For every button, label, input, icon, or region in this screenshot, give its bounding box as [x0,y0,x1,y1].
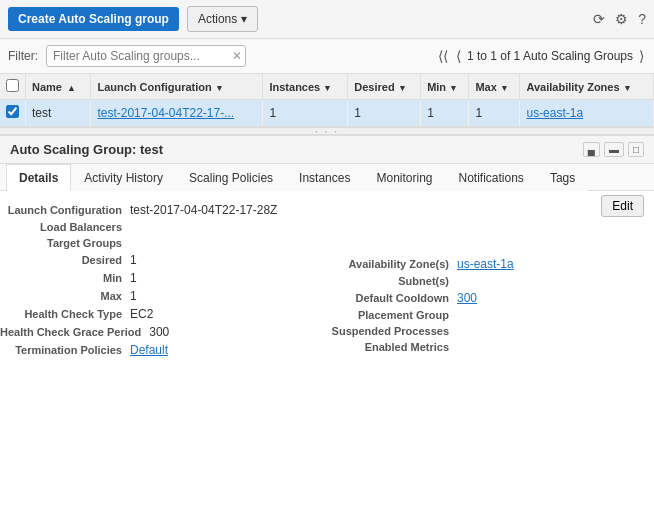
next-page-button[interactable]: ⟩ [637,48,646,64]
detail-field-desired: Desired 1 [0,253,327,267]
field-label: Placement Group [327,309,457,321]
field-label: Load Balancers [0,221,130,233]
field-value: test-2017-04-04T22-17-28Z [130,203,277,217]
row-instances: 1 [263,100,348,127]
row-min: 1 [421,100,469,127]
col-max[interactable]: Max ▾ [469,74,520,100]
row-max: 1 [469,100,520,127]
field-label: Default Cooldown [327,292,457,304]
detail-field-enabled-metrics: Enabled Metrics [327,341,654,353]
filter-clear-icon[interactable]: ✕ [232,49,242,63]
row-launch-config: test-2017-04-04T22-17-... [91,100,263,127]
settings-button[interactable]: ⚙ [615,11,628,27]
resize-dots: · · · [315,126,339,137]
filter-input[interactable] [46,45,246,67]
field-label: Target Groups [0,237,130,249]
field-label: Desired [0,254,130,266]
field-label: Min [0,272,130,284]
actions-button[interactable]: Actions ▾ [187,6,258,32]
col-name[interactable]: Name ▲ [26,74,91,100]
desired-sort-icon: ▾ [400,83,405,93]
col-instances[interactable]: Instances ▾ [263,74,348,100]
tab-details[interactable]: Details [6,164,71,191]
field-value: 1 [130,271,137,285]
toolbar-right: ⟳ ⚙ ? [593,11,646,27]
create-asg-button[interactable]: Create Auto Scaling group [8,7,179,31]
detail-tab-content: Edit Launch Configuration test-2017-04-0… [0,191,654,369]
row-desired: 1 [348,100,421,127]
tab-notifications[interactable]: Notifications [446,164,537,191]
edit-button[interactable]: Edit [601,195,644,217]
col-min[interactable]: Min ▾ [421,74,469,100]
min-sort-icon: ▾ [451,83,456,93]
name-sort-icon: ▲ [67,83,76,93]
tab-tags[interactable]: Tags [537,164,588,191]
row-checkbox-cell[interactable] [0,100,26,127]
prev-page-button[interactable]: ⟨ [454,48,463,64]
field-value: EC2 [130,307,153,321]
col-launch-config[interactable]: Launch Configuration ▾ [91,74,263,100]
detail-field-default-cooldown: Default Cooldown 300 [327,291,654,305]
field-value[interactable]: 300 [457,291,477,305]
detail-title: Auto Scaling Group: test [10,142,163,157]
filter-bar: Filter: ✕ ⟨⟨ ⟨ 1 to 1 of 1 Auto Scaling … [0,39,654,74]
field-label: Suspended Processes [327,325,457,337]
detail-field-availability-zone-s-: Availability Zone(s) us-east-1a [327,257,654,271]
table-row[interactable]: test test-2017-04-04T22-17-... 1 1 1 1 u… [0,100,654,127]
detail-header: Auto Scaling Group: test ▄ ▬ □ [0,136,654,164]
field-value[interactable]: us-east-1a [457,257,514,271]
field-label: Health Check Type [0,308,130,320]
actions-dropdown-icon: ▾ [241,12,247,26]
detail-panel: Auto Scaling Group: test ▄ ▬ □ DetailsAc… [0,135,654,369]
detail-spacer-1 [327,221,654,235]
tab-instances[interactable]: Instances [286,164,363,191]
detail-field-target-groups: Target Groups [0,237,327,249]
tab-monitoring[interactable]: Monitoring [363,164,445,191]
detail-field-subnet-s-: Subnet(s) [327,275,654,287]
pagination-text: 1 to 1 of 1 Auto Scaling Groups [467,49,633,63]
detail-tabs: DetailsActivity HistoryScaling PoliciesI… [0,164,654,191]
detail-field-health-check-grace-period: Health Check Grace Period 300 [0,325,327,339]
lc-sort-icon: ▾ [217,83,222,93]
detail-field-load-balancers: Load Balancers [0,221,327,233]
table-header-row: Name ▲ Launch Configuration ▾ Instances … [0,74,654,100]
field-label: Max [0,290,130,302]
col-az[interactable]: Availability Zones ▾ [520,74,654,100]
detail-icon-collapse1[interactable]: ▄ [583,142,600,157]
row-checkbox[interactable] [6,105,19,118]
tab-activity_history[interactable]: Activity History [71,164,176,191]
field-label: Termination Policies [0,344,130,356]
asg-table: Name ▲ Launch Configuration ▾ Instances … [0,74,654,126]
pagination: ⟨⟨ ⟨ 1 to 1 of 1 Auto Scaling Groups ⟩ [436,48,646,64]
select-all-header[interactable] [0,74,26,100]
toolbar: Create Auto Scaling group Actions ▾ ⟳ ⚙ … [0,0,654,39]
filter-input-wrap: ✕ [46,45,246,67]
instances-sort-icon: ▾ [325,83,330,93]
field-value: 1 [130,289,137,303]
az-sort-icon: ▾ [625,83,630,93]
resize-handle[interactable]: · · · [0,127,654,135]
detail-field-termination-policies: Termination Policies Default [0,343,327,357]
actions-label: Actions [198,12,237,26]
tab-scaling_policies[interactable]: Scaling Policies [176,164,286,191]
col-desired[interactable]: Desired ▾ [348,74,421,100]
detail-icon-collapse2[interactable]: ▬ [604,142,624,157]
row-az: us-east-1a [520,100,654,127]
select-all-checkbox[interactable] [6,79,19,92]
asg-table-wrap: Name ▲ Launch Configuration ▾ Instances … [0,74,654,127]
detail-right-section: Availability Zone(s) us-east-1aSubnet(s)… [327,203,654,361]
field-label: Availability Zone(s) [327,258,457,270]
detail-field-suspended-processes: Suspended Processes [327,325,654,337]
row-name: test [26,100,91,127]
detail-field-launch-configuration: Launch Configuration test-2017-04-04T22-… [0,203,327,217]
refresh-button[interactable]: ⟳ [593,11,605,27]
max-sort-icon: ▾ [502,83,507,93]
field-label: Launch Configuration [0,204,130,216]
first-page-button[interactable]: ⟨⟨ [436,48,450,64]
detail-icon-expand[interactable]: □ [628,142,644,157]
field-value: 1 [130,253,137,267]
field-value[interactable]: Default [130,343,168,357]
help-button[interactable]: ? [638,11,646,27]
detail-icons: ▄ ▬ □ [583,142,644,157]
detail-left-section: Launch Configuration test-2017-04-04T22-… [0,203,327,361]
